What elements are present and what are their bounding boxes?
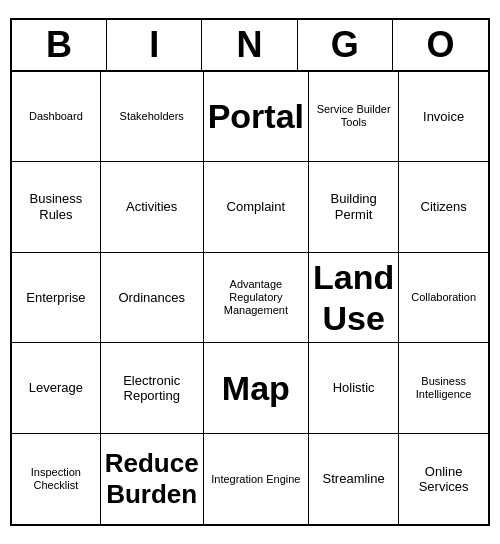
cell-text-13: Land Use — [313, 257, 394, 339]
cell-text-3: Service Builder Tools — [313, 103, 394, 129]
cell-text-18: Holistic — [313, 380, 394, 396]
header-letter-O: O — [393, 20, 488, 70]
bingo-cell-22: Integration Engine — [204, 434, 309, 525]
cell-text-12: Advantage Regulatory Management — [208, 278, 304, 318]
bingo-grid: DashboardStakeholdersPortalService Build… — [12, 72, 488, 525]
cell-text-11: Ordinances — [105, 290, 199, 306]
cell-text-16: Electronic Reporting — [105, 373, 199, 404]
header-letter-N: N — [202, 20, 297, 70]
cell-text-1: Stakeholders — [105, 110, 199, 123]
cell-text-4: Invoice — [403, 109, 484, 125]
bingo-cell-19: Business Intelligence — [399, 343, 488, 434]
bingo-cell-14: Collaboration — [399, 253, 488, 344]
bingo-cell-13: Land Use — [309, 253, 399, 344]
header-letter-I: I — [107, 20, 202, 70]
cell-text-7: Complaint — [208, 199, 304, 215]
bingo-cell-1: Stakeholders — [101, 72, 204, 163]
cell-text-23: Streamline — [313, 471, 394, 487]
bingo-cell-0: Dashboard — [12, 72, 101, 163]
cell-text-21: Reduce Burden — [105, 448, 199, 510]
header-letter-B: B — [12, 20, 107, 70]
cell-text-15: Leverage — [16, 380, 96, 396]
cell-text-8: Building Permit — [313, 191, 394, 222]
bingo-cell-18: Holistic — [309, 343, 399, 434]
bingo-cell-5: Business Rules — [12, 162, 101, 253]
bingo-cell-23: Streamline — [309, 434, 399, 525]
cell-text-19: Business Intelligence — [403, 375, 484, 401]
cell-text-24: Online Services — [403, 464, 484, 495]
bingo-cell-2: Portal — [204, 72, 309, 163]
bingo-cell-20: Inspection Checklist — [12, 434, 101, 525]
bingo-card: BINGO DashboardStakeholdersPortalService… — [10, 18, 490, 527]
bingo-cell-3: Service Builder Tools — [309, 72, 399, 163]
bingo-cell-10: Enterprise — [12, 253, 101, 344]
cell-text-5: Business Rules — [16, 191, 96, 222]
cell-text-2: Portal — [208, 96, 304, 137]
bingo-cell-8: Building Permit — [309, 162, 399, 253]
cell-text-9: Citizens — [403, 199, 484, 215]
bingo-cell-16: Electronic Reporting — [101, 343, 204, 434]
bingo-cell-6: Activities — [101, 162, 204, 253]
bingo-cell-21: Reduce Burden — [101, 434, 204, 525]
bingo-cell-15: Leverage — [12, 343, 101, 434]
bingo-cell-12: Advantage Regulatory Management — [204, 253, 309, 344]
cell-text-14: Collaboration — [403, 291, 484, 304]
bingo-cell-9: Citizens — [399, 162, 488, 253]
header-letter-G: G — [298, 20, 393, 70]
cell-text-0: Dashboard — [16, 110, 96, 123]
bingo-cell-11: Ordinances — [101, 253, 204, 344]
bingo-cell-24: Online Services — [399, 434, 488, 525]
bingo-cell-17: Map — [204, 343, 309, 434]
cell-text-22: Integration Engine — [208, 473, 304, 486]
bingo-cell-7: Complaint — [204, 162, 309, 253]
cell-text-20: Inspection Checklist — [16, 466, 96, 492]
cell-text-10: Enterprise — [16, 290, 96, 306]
bingo-cell-4: Invoice — [399, 72, 488, 163]
cell-text-17: Map — [208, 368, 304, 409]
cell-text-6: Activities — [105, 199, 199, 215]
bingo-header: BINGO — [12, 20, 488, 72]
